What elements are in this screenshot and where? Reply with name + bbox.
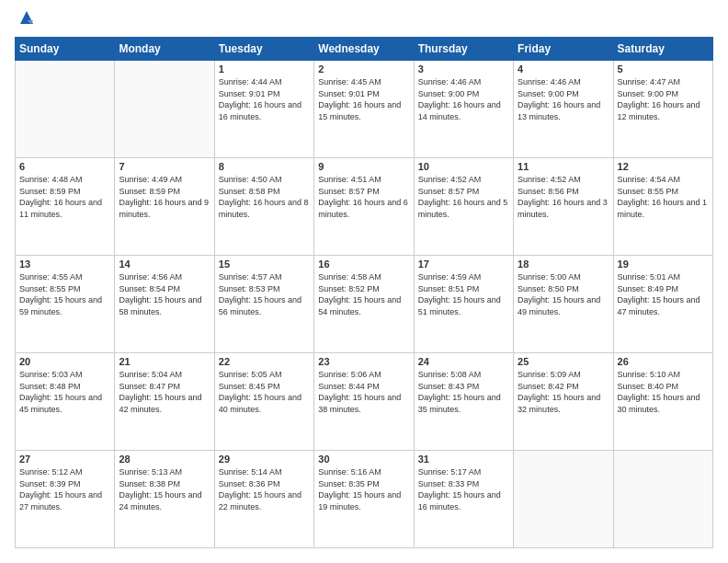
day-info: Sunrise: 4:46 AM Sunset: 9:00 PM Dayligh… [418, 76, 509, 122]
calendar-cell: 2Sunrise: 4:45 AM Sunset: 9:01 PM Daylig… [314, 61, 414, 158]
calendar-cell: 15Sunrise: 4:57 AM Sunset: 8:53 PM Dayli… [214, 256, 313, 353]
day-number: 14 [119, 259, 210, 270]
day-info: Sunrise: 4:56 AM Sunset: 8:54 PM Dayligh… [119, 271, 210, 317]
day-number: 1 [219, 63, 310, 75]
page: SundayMondayTuesdayWednesdayThursdayFrid… [0, 0, 728, 563]
day-info: Sunrise: 5:14 AM Sunset: 8:36 PM Dayligh… [219, 466, 310, 512]
day-number: 17 [418, 259, 509, 270]
day-number: 29 [219, 454, 310, 465]
calendar-week-row: 1Sunrise: 4:44 AM Sunset: 9:01 PM Daylig… [16, 61, 713, 158]
day-info: Sunrise: 4:51 AM Sunset: 8:57 PM Dayligh… [318, 174, 409, 220]
day-info: Sunrise: 5:13 AM Sunset: 8:38 PM Dayligh… [119, 466, 210, 512]
day-info: Sunrise: 5:05 AM Sunset: 8:45 PM Dayligh… [219, 369, 310, 415]
calendar-cell: 28Sunrise: 5:13 AM Sunset: 8:38 PM Dayli… [115, 451, 214, 548]
day-number: 30 [318, 454, 409, 465]
calendar-cell: 26Sunrise: 5:10 AM Sunset: 8:40 PM Dayli… [613, 353, 712, 451]
calendar-cell: 6Sunrise: 4:48 AM Sunset: 8:59 PM Daylig… [16, 158, 115, 256]
calendar-cell: 16Sunrise: 4:58 AM Sunset: 8:52 PM Dayli… [314, 256, 414, 353]
day-number: 2 [318, 63, 409, 75]
day-number: 4 [518, 63, 609, 75]
calendar-cell: 8Sunrise: 4:50 AM Sunset: 8:58 PM Daylig… [214, 158, 313, 256]
day-number: 28 [119, 454, 210, 465]
day-info: Sunrise: 4:44 AM Sunset: 9:01 PM Dayligh… [219, 76, 310, 122]
day-info: Sunrise: 5:16 AM Sunset: 8:35 PM Dayligh… [318, 466, 409, 512]
calendar-week-row: 27Sunrise: 5:12 AM Sunset: 8:39 PM Dayli… [16, 451, 713, 548]
day-number: 31 [418, 454, 509, 465]
day-info: Sunrise: 5:06 AM Sunset: 8:44 PM Dayligh… [318, 369, 409, 415]
calendar-cell: 1Sunrise: 4:44 AM Sunset: 9:01 PM Daylig… [214, 61, 313, 158]
calendar-cell: 11Sunrise: 4:52 AM Sunset: 8:56 PM Dayli… [514, 158, 613, 256]
day-info: Sunrise: 4:58 AM Sunset: 8:52 PM Dayligh… [318, 271, 409, 317]
day-number: 23 [318, 356, 409, 367]
day-info: Sunrise: 4:55 AM Sunset: 8:55 PM Dayligh… [19, 271, 110, 317]
day-info: Sunrise: 5:00 AM Sunset: 8:50 PM Dayligh… [518, 271, 609, 317]
day-info: Sunrise: 4:48 AM Sunset: 8:59 PM Dayligh… [19, 174, 110, 220]
calendar-cell: 23Sunrise: 5:06 AM Sunset: 8:44 PM Dayli… [314, 353, 414, 451]
calendar-cell [16, 61, 115, 158]
day-number: 22 [219, 356, 310, 367]
logo [15, 15, 37, 28]
calendar-cell [613, 451, 712, 548]
day-number: 26 [618, 356, 709, 367]
day-number: 3 [418, 63, 509, 75]
day-info: Sunrise: 5:01 AM Sunset: 8:49 PM Dayligh… [618, 271, 709, 317]
day-info: Sunrise: 5:09 AM Sunset: 8:42 PM Dayligh… [518, 369, 609, 415]
day-info: Sunrise: 5:12 AM Sunset: 8:39 PM Dayligh… [19, 466, 110, 512]
calendar-cell: 5Sunrise: 4:47 AM Sunset: 9:00 PM Daylig… [613, 61, 712, 158]
calendar-cell: 4Sunrise: 4:46 AM Sunset: 9:00 PM Daylig… [514, 61, 613, 158]
calendar-week-row: 6Sunrise: 4:48 AM Sunset: 8:59 PM Daylig… [16, 158, 713, 256]
day-info: Sunrise: 5:10 AM Sunset: 8:40 PM Dayligh… [618, 369, 709, 415]
weekday-header-tuesday: Tuesday [214, 38, 313, 61]
day-number: 27 [19, 454, 110, 465]
calendar-cell: 31Sunrise: 5:17 AM Sunset: 8:33 PM Dayli… [414, 451, 513, 548]
day-info: Sunrise: 5:04 AM Sunset: 8:47 PM Dayligh… [119, 369, 210, 415]
day-info: Sunrise: 4:50 AM Sunset: 8:58 PM Dayligh… [219, 174, 310, 220]
day-info: Sunrise: 4:52 AM Sunset: 8:57 PM Dayligh… [418, 174, 509, 220]
calendar-week-row: 20Sunrise: 5:03 AM Sunset: 8:48 PM Dayli… [16, 353, 713, 451]
day-info: Sunrise: 4:46 AM Sunset: 9:00 PM Dayligh… [518, 76, 609, 122]
calendar-week-row: 13Sunrise: 4:55 AM Sunset: 8:55 PM Dayli… [16, 256, 713, 353]
weekday-header-friday: Friday [514, 38, 613, 61]
calendar-cell: 14Sunrise: 4:56 AM Sunset: 8:54 PM Dayli… [115, 256, 214, 353]
day-number: 7 [119, 161, 210, 172]
calendar-cell: 25Sunrise: 5:09 AM Sunset: 8:42 PM Dayli… [514, 353, 613, 451]
day-number: 10 [418, 161, 509, 172]
weekday-header-thursday: Thursday [414, 38, 513, 61]
calendar-cell: 30Sunrise: 5:16 AM Sunset: 8:35 PM Dayli… [314, 451, 414, 548]
day-info: Sunrise: 4:59 AM Sunset: 8:51 PM Dayligh… [418, 271, 509, 317]
calendar-cell: 21Sunrise: 5:04 AM Sunset: 8:47 PM Dayli… [115, 353, 214, 451]
day-number: 8 [219, 161, 310, 172]
calendar-cell [514, 451, 613, 548]
day-number: 21 [119, 356, 210, 367]
calendar-cell: 3Sunrise: 4:46 AM Sunset: 9:00 PM Daylig… [414, 61, 513, 158]
day-number: 6 [19, 161, 110, 172]
day-info: Sunrise: 4:47 AM Sunset: 9:00 PM Dayligh… [618, 76, 709, 122]
day-number: 15 [219, 259, 310, 270]
calendar-cell: 27Sunrise: 5:12 AM Sunset: 8:39 PM Dayli… [16, 451, 115, 548]
weekday-header-wednesday: Wednesday [314, 38, 414, 61]
calendar-cell: 7Sunrise: 4:49 AM Sunset: 8:59 PM Daylig… [115, 158, 214, 256]
day-number: 13 [19, 259, 110, 270]
day-number: 5 [618, 63, 709, 75]
calendar-cell: 22Sunrise: 5:05 AM Sunset: 8:45 PM Dayli… [214, 353, 313, 451]
day-info: Sunrise: 5:03 AM Sunset: 8:48 PM Dayligh… [19, 369, 110, 415]
day-info: Sunrise: 4:45 AM Sunset: 9:01 PM Dayligh… [318, 76, 409, 122]
calendar-cell: 10Sunrise: 4:52 AM Sunset: 8:57 PM Dayli… [414, 158, 513, 256]
calendar-cell: 9Sunrise: 4:51 AM Sunset: 8:57 PM Daylig… [314, 158, 414, 256]
day-info: Sunrise: 5:08 AM Sunset: 8:43 PM Dayligh… [418, 369, 509, 415]
day-number: 25 [518, 356, 609, 367]
weekday-header-row: SundayMondayTuesdayWednesdayThursdayFrid… [16, 38, 713, 61]
day-info: Sunrise: 4:52 AM Sunset: 8:56 PM Dayligh… [518, 174, 609, 220]
calendar-cell: 20Sunrise: 5:03 AM Sunset: 8:48 PM Dayli… [16, 353, 115, 451]
day-number: 20 [19, 356, 110, 367]
logo-icon [17, 7, 37, 28]
calendar-cell: 29Sunrise: 5:14 AM Sunset: 8:36 PM Dayli… [214, 451, 313, 548]
calendar-cell: 24Sunrise: 5:08 AM Sunset: 8:43 PM Dayli… [414, 353, 513, 451]
day-number: 18 [518, 259, 609, 270]
calendar-cell: 18Sunrise: 5:00 AM Sunset: 8:50 PM Dayli… [514, 256, 613, 353]
day-number: 24 [418, 356, 509, 367]
calendar-cell: 12Sunrise: 4:54 AM Sunset: 8:55 PM Dayli… [613, 158, 712, 256]
weekday-header-monday: Monday [115, 38, 214, 61]
calendar-cell: 19Sunrise: 5:01 AM Sunset: 8:49 PM Dayli… [613, 256, 712, 353]
day-number: 19 [618, 259, 709, 270]
